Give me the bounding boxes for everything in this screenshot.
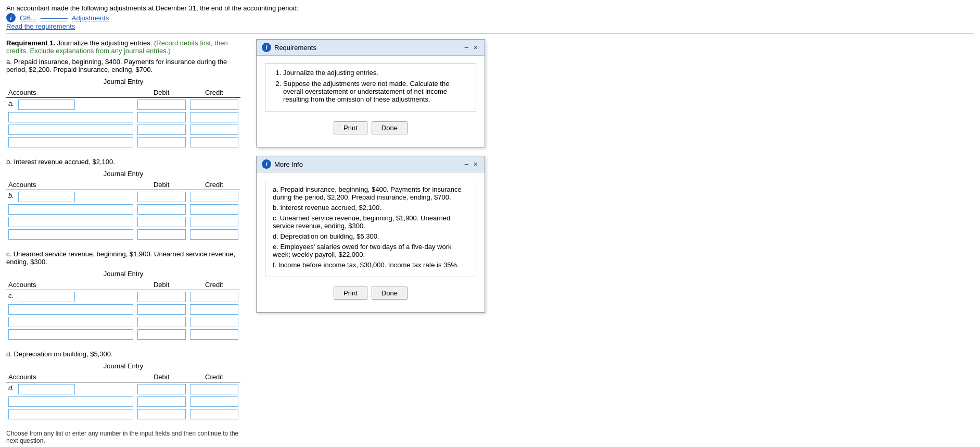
credit-input-d3[interactable] — [190, 409, 238, 419]
debit-input-d2[interactable] — [137, 396, 186, 407]
table-row — [6, 228, 240, 241]
more-info-panel: i More Info − × a. Prepaid insurance, be… — [256, 156, 485, 313]
account-input-b3[interactable] — [8, 217, 133, 227]
account-input-b1[interactable] — [18, 192, 75, 202]
debit-input-c4[interactable] — [137, 329, 186, 340]
entry-label-a: a. — [8, 100, 16, 107]
credit-input-a4[interactable] — [190, 137, 238, 147]
minimize-more-info-button[interactable]: − — [463, 160, 470, 168]
credit-input-a3[interactable] — [190, 125, 238, 135]
debit-input-a4[interactable] — [137, 137, 186, 147]
debit-input-b1[interactable] — [137, 192, 186, 202]
account-input-a4[interactable] — [8, 137, 133, 147]
journal-title-a: Journal Entry — [6, 78, 240, 85]
account-input-a2[interactable] — [8, 112, 133, 122]
credit-input-c2[interactable] — [190, 304, 238, 315]
debit-cell-c2 — [135, 303, 188, 316]
credit-cell-d1 — [188, 382, 240, 396]
table-row — [6, 216, 240, 228]
account-input-c1[interactable] — [18, 292, 75, 302]
more-info-print-button[interactable]: Print — [334, 287, 367, 300]
debit-cell-a2 — [135, 111, 188, 123]
credit-input-d2[interactable] — [190, 396, 238, 407]
close-requirements-button[interactable]: × — [472, 44, 479, 51]
read-requirements-link[interactable]: Read the requirements — [6, 22, 974, 30]
account-input-d3[interactable] — [8, 409, 133, 419]
credit-input-c4[interactable] — [190, 329, 238, 340]
debit-cell-a1 — [135, 98, 188, 111]
breadcrumb-link-2[interactable]: ———— — [41, 14, 68, 22]
list-item: f. Income before income tax, $30,000. In… — [273, 261, 468, 269]
table-row — [6, 136, 240, 148]
row-label-b: b. — [6, 190, 77, 203]
debit-input-b2[interactable] — [137, 204, 186, 215]
debit-cell-a4 — [135, 136, 188, 148]
debit-input-d1[interactable] — [137, 384, 186, 394]
journal-title-b: Journal Entry — [6, 170, 240, 178]
credit-input-b2[interactable] — [190, 204, 238, 215]
close-more-info-button[interactable]: × — [472, 160, 479, 168]
credit-input-c1[interactable] — [190, 292, 238, 302]
col-credit-c: Credit — [188, 280, 240, 290]
debit-input-b3[interactable] — [137, 217, 186, 227]
debit-cell-a3 — [135, 123, 188, 136]
account-cell-b4 — [6, 228, 135, 241]
table-row: b. — [6, 190, 240, 204]
entry-label-b: b. — [8, 192, 16, 200]
requirements-panel: i Requirements − × Journalize the adjust… — [256, 39, 485, 147]
credit-input-b1[interactable] — [190, 192, 238, 202]
debit-cell-d2 — [135, 395, 188, 408]
debit-input-a2[interactable] — [137, 112, 186, 122]
section-b-description: b. Interest revenue accrued, $2,100. — [6, 158, 246, 166]
minimize-requirements-button[interactable]: − — [463, 44, 470, 51]
account-cell-a2 — [6, 111, 135, 123]
nav-icon: i — [6, 13, 16, 22]
account-input-a1[interactable] — [18, 100, 75, 110]
list-item: b. Interest revenue accrued, $2,100. — [273, 204, 468, 212]
panel-header-left-info: i More Info — [262, 159, 303, 169]
breadcrumb-link-1[interactable]: GI6... — [20, 14, 36, 22]
requirements-list: Journalize the adjusting entries. Suppos… — [273, 69, 468, 103]
requirements-print-button[interactable]: Print — [334, 121, 367, 134]
debit-input-a3[interactable] — [137, 125, 186, 135]
col-accounts-b: Accounts — [6, 180, 135, 190]
debit-input-a1[interactable] — [137, 100, 186, 110]
debit-input-c3[interactable] — [137, 317, 186, 327]
debit-input-b4[interactable] — [137, 229, 186, 240]
requirement-title: Requirement 1. Journalize the adjusting … — [6, 39, 246, 55]
requirements-panel-footer: Print Done — [265, 118, 476, 140]
col-credit-d: Credit — [188, 372, 240, 382]
table-row — [6, 203, 240, 216]
credit-input-b4[interactable] — [190, 229, 238, 240]
section-a-description: a. Prepaid insurance, beginning, $400. P… — [6, 58, 246, 73]
debit-input-d3[interactable] — [137, 409, 186, 419]
panel-header-left-req: i Requirements — [262, 43, 316, 52]
more-info-panel-body: a. Prepaid insurance, beginning, $400. P… — [257, 172, 485, 312]
requirements-done-button[interactable]: Done — [372, 121, 408, 134]
debit-input-c1[interactable] — [137, 292, 186, 302]
credit-input-a2[interactable] — [190, 112, 238, 122]
breadcrumb-link-3[interactable]: Adjustments — [72, 14, 109, 22]
account-input-c3[interactable] — [8, 317, 133, 327]
account-input-c2[interactable] — [8, 304, 133, 315]
table-row: d. — [6, 382, 240, 396]
journal-table-a: Accounts Debit Credit a. — [6, 88, 240, 148]
credit-input-a1[interactable] — [190, 100, 238, 110]
account-input-d2[interactable] — [8, 396, 133, 407]
account-input-b2[interactable] — [8, 204, 133, 215]
list-item: a. Prepaid insurance, beginning, $400. P… — [273, 185, 468, 201]
account-cell-d2 — [6, 395, 135, 408]
credit-cell-b1 — [188, 190, 240, 204]
account-input-b4[interactable] — [8, 229, 133, 240]
credit-input-d1[interactable] — [190, 384, 238, 394]
account-input-c4[interactable] — [8, 329, 133, 340]
credit-cell-a4 — [188, 136, 240, 148]
credit-input-c3[interactable] — [190, 317, 238, 327]
more-info-done-button[interactable]: Done — [372, 287, 408, 300]
debit-input-c2[interactable] — [137, 304, 186, 315]
account-input-a3[interactable] — [8, 125, 133, 135]
account-input-d1[interactable] — [18, 384, 75, 394]
credit-input-b3[interactable] — [190, 217, 238, 227]
col-accounts-c: Accounts — [6, 280, 135, 290]
nav-links: i GI6... ———— Adjustments — [6, 13, 974, 22]
